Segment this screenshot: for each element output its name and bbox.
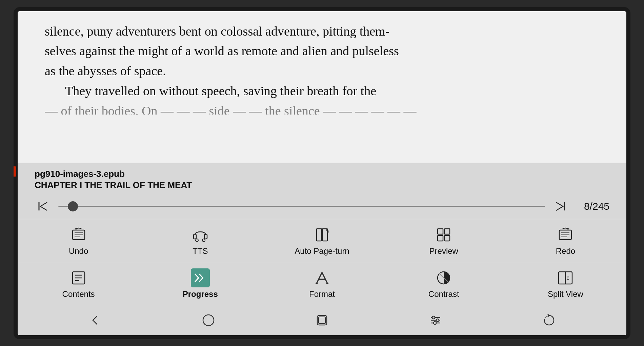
screen: silence, puny adventurers bent on coloss… (18, 11, 626, 335)
svg-rect-14 (438, 229, 443, 234)
redo-label: Redo (556, 246, 575, 256)
redo-button[interactable]: Redo (505, 222, 626, 259)
chapter-name: CHAPTER I THE TRAIL OF THE MEAT (35, 180, 609, 190)
progress-label: Progress (183, 289, 218, 299)
split-view-label: Split View (548, 289, 583, 299)
undo-label: Undo (69, 246, 88, 256)
preview-icon (434, 225, 453, 244)
split-view-icon: 0 (556, 268, 575, 287)
reading-area[interactable]: silence, puny adventurers bent on coloss… (18, 11, 626, 163)
auto-page-turn-button[interactable]: Auto Page-turn (261, 222, 383, 259)
home-button[interactable] (198, 310, 219, 330)
progress-row: 8/245 (18, 194, 626, 219)
svg-rect-15 (444, 229, 450, 234)
reading-line-2: selves against the might of a world as r… (45, 44, 399, 58)
bottom-nav (18, 305, 626, 335)
contrast-icon (434, 268, 453, 287)
svg-point-36 (203, 315, 214, 326)
book-text: silence, puny adventurers bent on coloss… (45, 21, 599, 115)
reading-line-partial: — of their bodies. On — — — side — — the… (45, 104, 417, 115)
skip-end-button[interactable] (552, 198, 569, 215)
svg-rect-7 (204, 234, 207, 239)
filename: pg910-images-3.epub (35, 169, 609, 179)
auto-page-turn-icon (313, 225, 331, 244)
slider-track (58, 206, 545, 207)
contrast-label: Contrast (428, 289, 459, 299)
preview-button[interactable]: Preview (383, 222, 505, 259)
svg-rect-6 (194, 234, 196, 239)
undo-button[interactable]: Undo (18, 222, 139, 259)
svg-point-9 (202, 239, 205, 242)
settings-button[interactable] (425, 310, 446, 330)
progress-button[interactable]: Progress (139, 265, 261, 302)
undo-icon (69, 225, 88, 244)
svg-text:0: 0 (567, 276, 569, 281)
back-button[interactable] (85, 310, 105, 330)
reading-line-3: as the abysses of space. (45, 64, 166, 78)
svg-point-44 (434, 322, 436, 324)
reading-line-1: silence, puny adventurers bent on coloss… (45, 24, 389, 38)
red-indicator (14, 166, 16, 177)
file-info: pg910-images-3.epub CHAPTER I THE TRAIL … (18, 163, 626, 194)
tts-button[interactable]: TTS (139, 222, 261, 259)
tts-icon (191, 225, 210, 244)
skip-beginning-button[interactable] (35, 198, 52, 215)
slider-thumb (68, 201, 78, 211)
control-panel: pg910-images-3.epub CHAPTER I THE TRAIL … (18, 163, 626, 335)
svg-rect-38 (319, 317, 325, 324)
auto-page-turn-label: Auto Page-turn (295, 246, 349, 256)
toolbar-row-2: Contents Progress (18, 262, 626, 305)
tts-label: TTS (193, 246, 208, 256)
svg-point-40 (432, 316, 435, 319)
recents-button[interactable] (312, 310, 332, 330)
page-counter: 8/245 (576, 201, 609, 212)
svg-point-42 (436, 319, 439, 322)
reading-line-4: They travelled on without speech, saving… (65, 84, 376, 98)
progress-slider[interactable] (58, 200, 545, 213)
contrast-button[interactable]: Contrast (383, 265, 505, 302)
format-icon (313, 268, 331, 287)
preview-label: Preview (429, 246, 458, 256)
split-view-button[interactable]: 0 Split View (505, 265, 626, 302)
redo-icon (556, 225, 575, 244)
sync-button[interactable] (539, 310, 559, 330)
format-label: Format (309, 289, 335, 299)
format-button[interactable]: Format (261, 265, 383, 302)
contents-button[interactable]: Contents (18, 265, 139, 302)
svg-rect-17 (444, 236, 450, 241)
svg-rect-16 (438, 236, 443, 241)
svg-rect-12 (317, 229, 322, 241)
progress-icon (191, 268, 210, 287)
toolbar-row-1: Undo (18, 219, 626, 262)
device-frame: silence, puny adventurers bent on coloss… (14, 7, 630, 339)
svg-point-8 (196, 239, 198, 242)
contents-label: Contents (62, 289, 95, 299)
contents-icon (69, 268, 88, 287)
